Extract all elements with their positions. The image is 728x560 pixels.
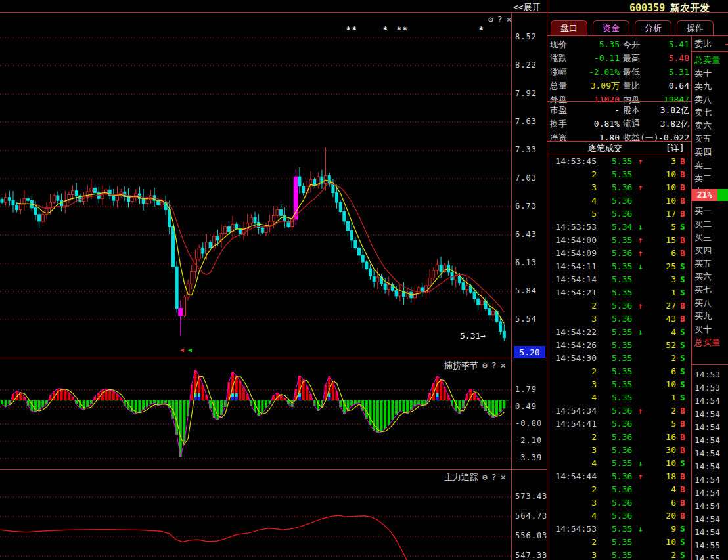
tick-side: S — [680, 378, 689, 391]
price-axis-label: 7.92 — [515, 89, 537, 98]
tick-detail-button[interactable]: [详] — [666, 142, 685, 154]
tick-time: 14:54:44 — [547, 470, 597, 483]
tab-资金[interactable]: 资金 — [593, 20, 629, 36]
tick-side: B — [680, 168, 689, 181]
main-force-chart[interactable] — [0, 470, 511, 560]
tick-time: 14:54:26 — [547, 339, 597, 352]
help-icon[interactable]: ? — [491, 360, 497, 370]
up-arrow-icon: ↑ — [638, 299, 646, 312]
buy-level-label: 买一 — [694, 205, 728, 218]
field-label: 净资 — [550, 131, 567, 144]
tick-row: 35.3630B — [547, 444, 691, 457]
kline-chart[interactable] — [0, 13, 511, 358]
tick-row: 14:53:455.35↑3B — [547, 155, 691, 168]
star-icon: ✱ — [397, 24, 401, 32]
gear-icon[interactable]: ⚙ — [482, 360, 488, 370]
oscillator-chart[interactable] — [0, 358, 511, 469]
weibi-value: - — [724, 37, 728, 51]
tick-price: 5.36 — [612, 194, 638, 207]
tick-volume: 3 — [646, 273, 676, 286]
buy-level-label: 买五 — [694, 257, 728, 270]
tick-volume: 43 — [646, 312, 676, 326]
time-entry: 14:54 — [694, 526, 728, 539]
tick-volume: 30 — [646, 444, 676, 457]
tick-time: 5 — [547, 207, 597, 221]
mid-panel-title: 捕捞季节 — [444, 360, 478, 370]
tick-row: 55.3617B — [547, 207, 691, 221]
field-value: 3.09万 — [580, 79, 620, 93]
tick-time: 14:54:41 — [547, 418, 597, 431]
up-arrow-icon: ↑ — [638, 181, 646, 194]
tick-time: 14:54:14 — [547, 273, 597, 286]
tick-side: B — [680, 247, 689, 260]
tick-price: 5.36 — [612, 181, 638, 194]
tick-volume: 2 — [646, 352, 676, 365]
tick-row: 35.3510S — [547, 378, 691, 391]
tick-volume: 16 — [646, 431, 676, 444]
buy-total-label: 总买量 — [694, 336, 728, 349]
tick-price: 5.35 — [612, 273, 638, 286]
flag-triangle-icon: ◀ — [180, 347, 184, 353]
mid-panel-header: 捕捞季节⚙?× — [444, 360, 505, 372]
tick-side: B — [680, 431, 689, 444]
expand-button[interactable]: <<展开 — [513, 1, 541, 13]
price-axis-label: 5.54 — [515, 314, 537, 324]
tick-row: 14:54:445.36↑18B — [547, 470, 691, 483]
gear-icon[interactable]: ⚙ — [482, 472, 488, 482]
tick-time: 4 — [547, 194, 597, 207]
close-icon[interactable]: × — [501, 472, 506, 482]
tick-price: 5.35 — [612, 234, 638, 247]
tick-side: S — [680, 260, 689, 273]
field-value: 0.64 — [646, 79, 689, 93]
tick-volume: 18 — [646, 470, 676, 483]
tick-price: 5.36 — [612, 483, 638, 496]
tick-time: 2 — [547, 483, 597, 496]
tab-操作[interactable]: 操作 — [677, 20, 714, 36]
down-arrow-icon: ↓ — [638, 221, 646, 234]
tick-side: B — [680, 181, 689, 194]
tick-price: 5.36 — [612, 207, 638, 221]
tick-row: 14:54:215.351S — [547, 286, 691, 299]
tick-header-top — [547, 141, 691, 142]
tick-price: 5.35 — [612, 391, 638, 404]
tick-side: B — [680, 299, 689, 312]
main-force-axis-label: 573.43 — [515, 492, 547, 501]
buy-level-label: 买四 — [694, 244, 728, 257]
quote-divider — [547, 101, 691, 102]
buy-level-label: 买二 — [694, 218, 728, 231]
tick-side: S — [680, 523, 689, 536]
tick-volume: 9 — [646, 523, 676, 536]
tab-盘口[interactable]: 盘口 — [551, 20, 587, 36]
help-icon[interactable]: ? — [491, 472, 497, 482]
oscillator-axis-label: -0.80 — [515, 419, 542, 428]
field-label: 总量 — [550, 79, 567, 93]
field-value: 5.35 — [580, 37, 620, 51]
stock-code: 600359 — [629, 2, 665, 14]
field-label: 最高 — [623, 51, 640, 65]
tick-row: 14:54:225.35↓4S — [547, 326, 691, 339]
tick-time: 14:54:22 — [547, 326, 597, 339]
tick-side: B — [680, 509, 689, 523]
field-value: - — [580, 103, 620, 117]
close-icon[interactable]: × — [501, 360, 506, 370]
tick-side: S — [680, 391, 689, 404]
tick-time: 4 — [547, 391, 597, 404]
tick-time: 3 — [547, 496, 597, 509]
price-axis-label: 6.73 — [515, 202, 537, 211]
tick-side: S — [680, 365, 689, 378]
tick-price: 5.36 — [612, 444, 638, 457]
field-value: 0.81% — [580, 117, 620, 131]
price-axis-label: 7.63 — [515, 117, 537, 126]
tick-volume: 1 — [646, 391, 676, 404]
tick-side: S — [680, 273, 689, 286]
tick-time: 2 — [547, 431, 597, 444]
tick-row: 35.366B — [547, 496, 691, 509]
up-arrow-icon: ↑ — [638, 470, 646, 483]
time-entry: 14:54 — [694, 486, 728, 500]
field-label: 今开 — [623, 37, 640, 51]
tick-side: S — [680, 339, 689, 352]
sell-level-label: 卖十 — [694, 67, 728, 80]
tick-row: 25.3510B — [547, 168, 691, 181]
tab-分析[interactable]: 分析 — [635, 20, 671, 36]
tick-row: 35.352S — [547, 549, 691, 560]
